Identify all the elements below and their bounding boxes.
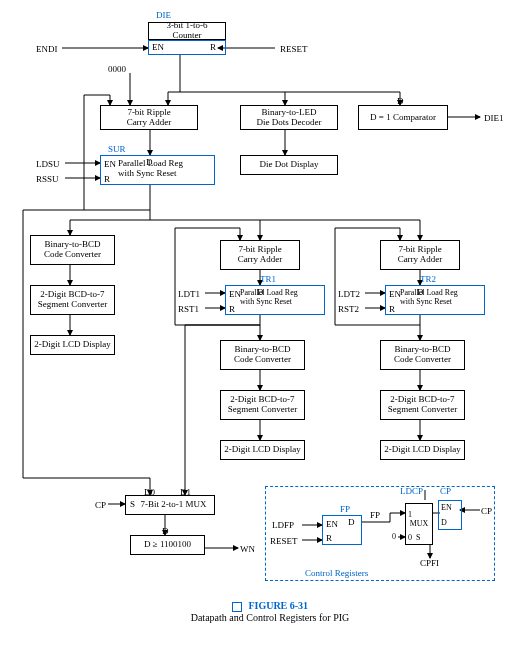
bcd27-r: 2-Digit BCD-to-7 Segment Converter	[380, 390, 465, 420]
ldt2: LDT2	[338, 289, 360, 299]
adder-m: 7-bit Ripple Carry Adder	[220, 240, 300, 270]
cp-in: CP	[95, 500, 106, 510]
lcd-r-t: 2-Digit LCD Display	[384, 445, 461, 455]
b2bcd-l: Binary-to-BCD Code Converter	[30, 235, 115, 265]
lcd-m-t: 2-Digit LCD Display	[224, 445, 301, 455]
b2bcd-m: Binary-to-BCD Code Converter	[220, 340, 305, 370]
rst1: RST1	[178, 304, 199, 314]
dcmp2-t: D ≥ 1100100	[144, 540, 191, 550]
die-label: DIE	[156, 10, 171, 20]
lcd-r: 2-Digit LCD Display	[380, 440, 465, 460]
diedot: Die Dot Display	[240, 155, 338, 175]
square-icon	[232, 602, 242, 612]
adder-r: 7-bit Ripple Carry Adder	[380, 240, 460, 270]
rssu: RSSU	[36, 174, 59, 184]
counter-text: 3-bit 1-to-6 Counter	[166, 21, 207, 41]
b2led-text: Binary-to-LED Die Dots Decoder	[257, 108, 322, 128]
cp-label: CP	[440, 486, 451, 496]
cp-out: CP	[481, 506, 492, 516]
d-cp: D	[441, 518, 447, 527]
ctrlreg: Control Registers	[305, 568, 368, 578]
zeros: 0000	[108, 64, 126, 74]
muxS: S	[416, 533, 420, 542]
en-fp: EN	[326, 519, 338, 529]
en-cp: EN	[441, 503, 452, 512]
mux: S 7-Bit 2-to-1 MUX	[125, 495, 215, 515]
dcmp2: D ≥ 1100100	[130, 535, 205, 555]
tr2: TR2	[420, 274, 436, 284]
mux0: 0	[408, 533, 412, 542]
bcd27-l-t: 2-Digit BCD-to-7 Segment Converter	[38, 290, 108, 310]
reset-fp: RESET	[270, 536, 298, 546]
d-fp: D	[348, 517, 355, 527]
lcd-l-t: 2-Digit LCD Display	[34, 340, 111, 350]
ldsu: LDSU	[36, 159, 60, 169]
fp-label: FP	[340, 504, 350, 514]
diedot-text: Die Dot Display	[260, 160, 319, 170]
parallel-tr2: Parallel Load Reg with Sync Reset	[400, 288, 485, 306]
dcmp: D = 1 Comparator	[358, 105, 448, 130]
r-fp: R	[326, 533, 332, 543]
r-sur: R	[104, 174, 110, 184]
mux-t: 7-Bit 2-to-1 MUX	[135, 500, 212, 510]
zero-in: 0	[392, 532, 396, 541]
rst2: RST2	[338, 304, 359, 314]
adder1: 7-bit Ripple Carry Adder	[100, 105, 198, 130]
b2bcd-m-t: Binary-to-BCD Code Converter	[234, 345, 291, 365]
lcd-m: 2-Digit LCD Display	[220, 440, 305, 460]
b2bcd-r: Binary-to-BCD Code Converter	[380, 340, 465, 370]
bcd27-r-t: 2-Digit BCD-to-7 Segment Converter	[388, 395, 458, 415]
parallel-tr1: Parallel Load Reg with Sync Reset	[240, 288, 325, 306]
lcd-l: 2-Digit LCD Display	[30, 335, 115, 355]
caption: FIGURE 6-31 Datapath and Control Registe…	[140, 600, 400, 623]
adder1-text: 7-bit Ripple Carry Adder	[127, 108, 172, 128]
mux1: 1	[408, 510, 412, 519]
dcmp-text: D = 1 Comparator	[370, 113, 436, 123]
b2bcd-l-t: Binary-to-BCD Code Converter	[44, 240, 101, 260]
ldfp: LDFP	[272, 520, 294, 530]
r1: R	[210, 42, 216, 52]
counter-box: 3-bit 1-to-6 Counter	[148, 22, 226, 40]
sur: SUR	[108, 144, 126, 154]
en-sur: EN	[104, 159, 116, 169]
bcd27-m-t: 2-Digit BCD-to-7 Segment Converter	[228, 395, 298, 415]
ldt1: LDT1	[178, 289, 200, 299]
b2bcd-r-t: Binary-to-BCD Code Converter	[394, 345, 451, 365]
tr1: TR1	[260, 274, 276, 284]
adder-m-t: 7-bit Ripple Carry Adder	[238, 245, 283, 265]
r-tr2: R	[389, 304, 395, 314]
wn: WN	[240, 544, 255, 554]
fp-out: FP	[370, 510, 380, 520]
bcd27-l: 2-Digit BCD-to-7 Segment Converter	[30, 285, 115, 315]
ldcp: LDCP	[400, 486, 423, 496]
en1: EN	[152, 42, 164, 52]
die1: DIE1	[484, 113, 504, 123]
parallel-sur: Parallel Load Reg with Sync Reset	[118, 158, 213, 178]
r-tr1: R	[229, 304, 235, 314]
muxs: MUX	[410, 520, 429, 529]
endi: ENDI	[36, 44, 58, 54]
adder-r-t: 7-bit Ripple Carry Adder	[398, 245, 443, 265]
reset1: RESET	[280, 44, 308, 54]
fignum: FIGURE 6-31	[248, 600, 308, 611]
figtitle: Datapath and Control Registers for PIG	[191, 612, 350, 623]
b2led: Binary-to-LED Die Dots Decoder	[240, 105, 338, 130]
bcd27-m: 2-Digit BCD-to-7 Segment Converter	[220, 390, 305, 420]
cpfi: CPFI	[420, 558, 439, 568]
